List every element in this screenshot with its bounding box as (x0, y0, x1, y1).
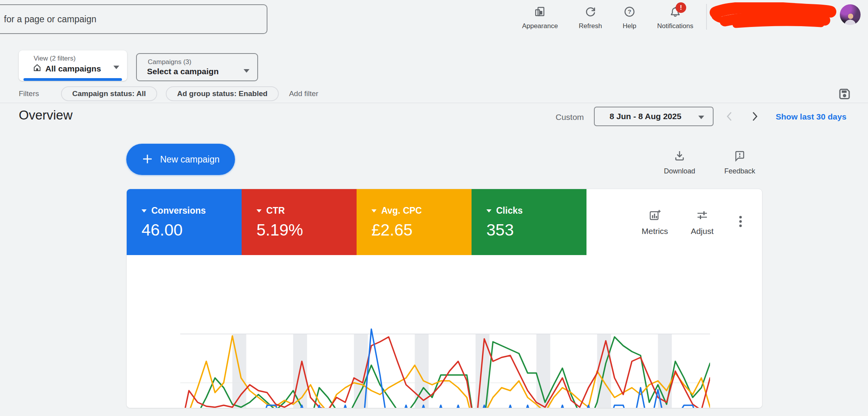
overview-chart-card: Conversions 46.00 CTR 5.19% Avg. CPC (126, 189, 762, 408)
new-campaign-label: New campaign (160, 154, 219, 165)
caret-down-icon (142, 209, 147, 212)
new-campaign-button[interactable]: New campaign (126, 144, 235, 175)
adjust-label: Adjust (691, 227, 714, 236)
next-period-button[interactable] (748, 110, 761, 123)
home-icon (33, 63, 41, 74)
view-selector-label: View (2 filters) (34, 55, 127, 62)
refresh-label: Refresh (579, 22, 602, 30)
help-label: Help (623, 22, 637, 30)
scorecard-metric: Avg. CPC (381, 205, 422, 216)
metrics-button[interactable]: Metrics (642, 209, 668, 236)
add-filter-button[interactable]: Add filter (289, 89, 318, 98)
scorecard-clicks[interactable]: Clicks 353 (472, 189, 586, 255)
save-icon (837, 96, 852, 102)
chevron-right-icon (748, 110, 761, 123)
view-selector[interactable]: View (2 filters) All campaigns (19, 50, 127, 81)
svg-text:?: ? (628, 8, 631, 15)
scorecard-value: £2.65 (371, 221, 472, 239)
filter-chip-label: Ad group status: Enabled (177, 89, 267, 98)
download-icon (673, 149, 686, 164)
campaign-selector-label: Campaigns (3) (148, 58, 257, 66)
notifications-label: Notifications (657, 22, 694, 30)
date-range-value: 8 Jun - 8 Aug 2025 (610, 112, 681, 121)
scorecard-value: 5.19% (256, 221, 357, 239)
scorecard-metric: Clicks (496, 205, 523, 216)
caret-down-icon (256, 209, 262, 212)
plus-icon (142, 153, 153, 166)
caret-down-icon (486, 209, 491, 212)
performance-chart[interactable]: 8 Jun 2025 8 Aug 2025 (127, 255, 762, 408)
scorecard-avg-cpc[interactable]: Avg. CPC £2.65 (357, 189, 472, 255)
download-label: Download (664, 167, 695, 175)
scorecard-value: 353 (486, 221, 586, 239)
google-ads-overview-page: Appearance Refresh ? Help ! (0, 0, 868, 416)
metrics-icon (648, 209, 662, 223)
view-selector-value: All campaigns (45, 64, 101, 73)
refresh-icon (584, 5, 597, 20)
scorecard-metric: Conversions (151, 205, 206, 216)
kebab-menu-icon (739, 215, 742, 228)
section-divider (0, 103, 868, 103)
date-range-picker[interactable]: 8 Jun - 8 Aug 2025 (594, 107, 714, 126)
appearance-label: Appearance (522, 22, 558, 30)
download-button[interactable]: Download (662, 149, 698, 175)
show-last-30-days-link[interactable]: Show last 30 days (776, 112, 846, 121)
feedback-icon (733, 149, 746, 164)
filters-label: Filters (19, 89, 39, 98)
campaign-selector[interactable]: Campaigns (3) Select a campaign (136, 53, 258, 81)
notifications-button[interactable]: ! Notifications (650, 5, 701, 30)
campaign-selector-value: Select a campaign (147, 67, 257, 76)
account-avatar[interactable] (840, 4, 861, 25)
notification-badge: ! (676, 2, 686, 13)
date-range-type: Custom (556, 112, 584, 122)
chevron-left-icon (723, 110, 736, 123)
adjust-icon (696, 209, 709, 223)
chevron-down-icon (113, 64, 119, 71)
filter-chip-label: Campaign status: All (72, 89, 146, 98)
more-options-button[interactable] (736, 212, 745, 232)
scorecard-tabs: Conversions 46.00 CTR 5.19% Avg. CPC (127, 189, 762, 255)
feedback-button[interactable]: Feedback (722, 149, 758, 175)
line-chart (180, 328, 710, 408)
previous-period-button[interactable] (723, 110, 736, 123)
redaction-scribble (708, 2, 838, 30)
refresh-button[interactable]: Refresh (573, 5, 608, 30)
appearance-icon (534, 5, 546, 20)
filter-chip-campaign-status[interactable]: Campaign status: All (61, 86, 157, 101)
search-input[interactable] (0, 4, 267, 34)
notifications-icon: ! (669, 5, 681, 20)
caret-down-icon (371, 209, 377, 212)
chevron-down-icon (244, 67, 249, 74)
scorecard-conversions[interactable]: Conversions 46.00 (127, 189, 242, 255)
save-filter-button[interactable] (837, 86, 852, 101)
page-title: Overview (19, 108, 73, 123)
help-button[interactable]: ? Help (618, 5, 641, 30)
view-selected-indicator (23, 78, 122, 81)
chevron-down-icon (698, 116, 704, 119)
scorecard-ctr[interactable]: CTR 5.19% (242, 189, 357, 255)
help-icon: ? (623, 5, 636, 20)
adjust-button[interactable]: Adjust (691, 209, 714, 236)
topbar-divider (706, 4, 707, 30)
feedback-label: Feedback (724, 167, 755, 175)
metrics-label: Metrics (642, 227, 668, 236)
appearance-button[interactable]: Appearance (515, 5, 565, 30)
filter-chip-ad-group-status[interactable]: Ad group status: Enabled (166, 86, 279, 101)
scorecard-value: 46.00 (142, 221, 242, 239)
scorecard-metric: CTR (266, 205, 285, 216)
chart-toolbar: Metrics Adjust (586, 189, 762, 255)
